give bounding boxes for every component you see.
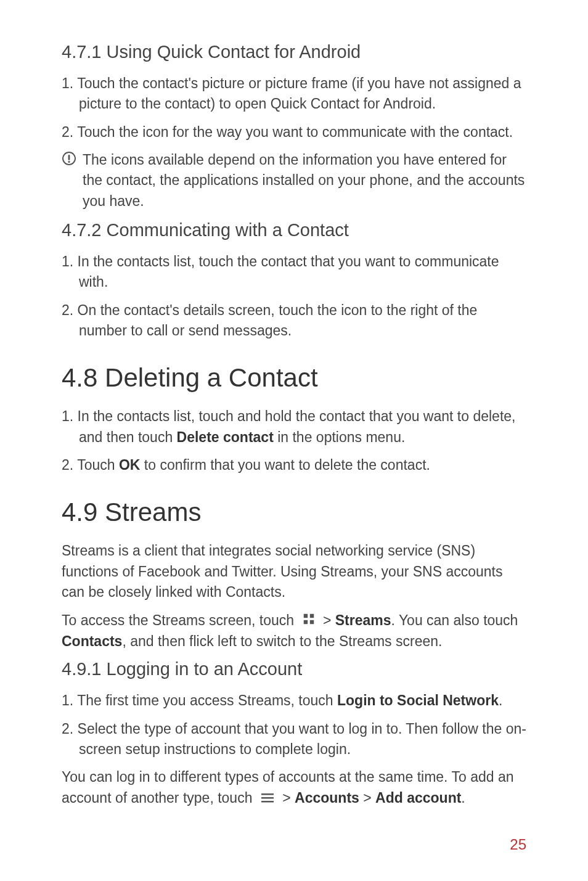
bold-text: Contacts: [62, 633, 122, 649]
list-item: 1. In the contacts list, touch and hold …: [62, 406, 526, 448]
list-item: 2. Select the type of account that you w…: [62, 719, 526, 760]
paragraph: Streams is a client that integrates soci…: [62, 541, 526, 602]
page-number: 25: [510, 836, 526, 853]
heading-4-8: 4.8 Deleting a Contact: [62, 363, 526, 393]
heading-4-9-1: 4.9.1 Logging in to an Account: [62, 659, 526, 679]
text-fragment: .: [461, 790, 465, 806]
text-fragment: . You can also touch: [391, 612, 518, 628]
list-item: 2. Touch OK to confirm that you want to …: [62, 455, 526, 475]
info-icon: [62, 151, 76, 168]
text-fragment: 1. The first time you access Streams, to…: [62, 692, 337, 708]
bold-text: Add account: [375, 790, 461, 806]
text-fragment: >: [359, 790, 375, 806]
text-fragment: , and then flick left to switch to the S…: [122, 633, 442, 649]
list-item: 2. Touch the icon for the way you want t…: [62, 122, 526, 142]
paragraph: To access the Streams screen, touch > St…: [62, 610, 526, 652]
list-item: 1. In the contacts list, touch the conta…: [62, 252, 526, 293]
apps-icon: [302, 611, 316, 631]
bold-text: Accounts: [295, 790, 359, 806]
bold-text: OK: [119, 457, 141, 473]
svg-rect-9: [261, 801, 274, 803]
list-item: 1. The first time you access Streams, to…: [62, 690, 526, 711]
text-fragment: in the options menu.: [274, 429, 406, 445]
svg-rect-8: [261, 797, 274, 799]
text-fragment: >: [319, 612, 335, 628]
heading-4-7-2: 4.7.2 Communicating with a Contact: [62, 220, 526, 240]
svg-rect-4: [309, 614, 313, 618]
note-text: The icons available depend on the inform…: [83, 150, 526, 211]
bold-text: Delete contact: [177, 429, 274, 445]
text-fragment: >: [279, 790, 295, 806]
svg-rect-3: [303, 614, 307, 618]
note-block: The icons available depend on the inform…: [62, 150, 526, 211]
text-fragment: 2. Touch: [62, 457, 119, 473]
list-item: 1. Touch the contact's picture or pictur…: [62, 73, 526, 115]
svg-rect-1: [68, 155, 70, 160]
heading-4-9: 4.9 Streams: [62, 498, 526, 527]
svg-rect-6: [309, 620, 313, 624]
text-fragment: to confirm that you want to delete the c…: [140, 457, 430, 473]
text-fragment: .: [499, 692, 502, 708]
bold-text: Login to Social Network: [337, 692, 499, 708]
menu-icon: [260, 789, 275, 809]
svg-point-2: [68, 161, 70, 163]
list-item: 2. On the contact's details screen, touc…: [62, 300, 526, 342]
bold-text: Streams: [335, 612, 391, 628]
heading-4-7-1: 4.7.1 Using Quick Contact for Android: [62, 42, 526, 62]
svg-rect-7: [261, 793, 274, 795]
text-fragment: To access the Streams screen, touch: [62, 612, 298, 628]
svg-rect-5: [303, 620, 307, 624]
paragraph: You can log in to different types of acc…: [62, 767, 526, 809]
